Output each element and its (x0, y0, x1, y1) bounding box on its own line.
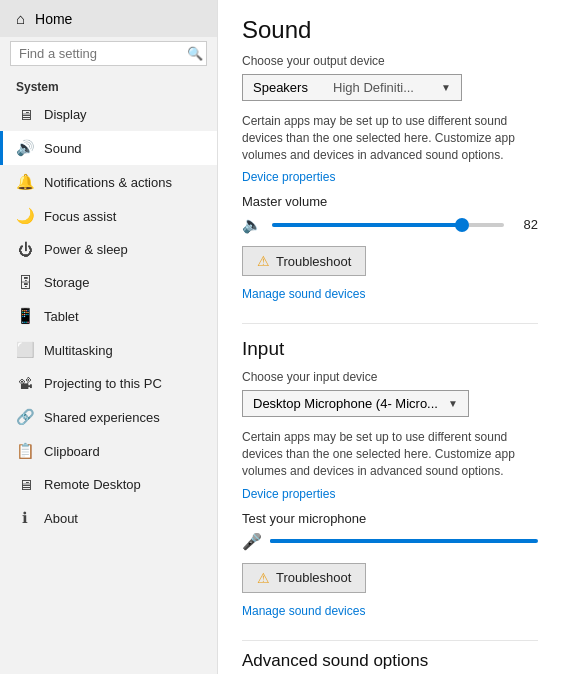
sidebar-item-remote[interactable]: 🖥 Remote Desktop (0, 468, 217, 501)
output-info-text: Certain apps may be set up to use differ… (242, 113, 538, 163)
sidebar-item-label: Shared experiences (44, 410, 160, 425)
input-info-text: Certain apps may be set up to use differ… (242, 429, 538, 479)
input-device-dropdown[interactable]: Desktop Microphone (4- Micro... ▼ (242, 390, 469, 417)
speaker-icon: 🔈 (242, 215, 262, 234)
output-troubleshoot-label: Troubleshoot (276, 254, 351, 269)
sidebar-item-power[interactable]: ⏻ Power & sleep (0, 233, 217, 266)
mic-level-fill (270, 539, 318, 543)
sidebar-item-clipboard[interactable]: 📋 Clipboard (0, 434, 217, 468)
sidebar-item-label: Notifications & actions (44, 175, 172, 190)
search-input[interactable] (19, 46, 187, 61)
sidebar-item-tablet[interactable]: 📱 Tablet (0, 299, 217, 333)
volume-row: 🔈 82 (242, 215, 538, 234)
sidebar-item-label: Remote Desktop (44, 477, 141, 492)
output-manage-devices-link[interactable]: Manage sound devices (242, 287, 365, 301)
test-mic-label: Test your microphone (242, 511, 538, 526)
sidebar-item-projecting[interactable]: 📽 Projecting to this PC (0, 367, 217, 400)
input-troubleshoot-button[interactable]: ⚠ Troubleshoot (242, 563, 366, 593)
sidebar-item-label: About (44, 511, 78, 526)
advanced-divider (242, 640, 538, 641)
sidebar-item-multitasking[interactable]: ⬜ Multitasking (0, 333, 217, 367)
output-troubleshoot-button[interactable]: ⚠ Troubleshoot (242, 246, 366, 276)
remote-icon: 🖥 (16, 476, 34, 493)
input-troubleshoot-label: Troubleshoot (276, 570, 351, 585)
warning-icon-input: ⚠ (257, 570, 270, 586)
input-section-label: Choose your input device (242, 370, 538, 384)
system-label: System (0, 74, 217, 98)
sidebar-home[interactable]: ⌂ Home (0, 0, 217, 37)
focus-icon: 🌙 (16, 207, 34, 225)
notifications-icon: 🔔 (16, 173, 34, 191)
sidebar-item-label: Power & sleep (44, 242, 128, 257)
clipboard-icon: 📋 (16, 442, 34, 460)
sidebar-item-label: Tablet (44, 309, 79, 324)
input-device-properties-link[interactable]: Device properties (242, 487, 335, 501)
advanced-section: Advanced sound options 🔧 App volume and … (242, 651, 538, 674)
sidebar-item-label: Storage (44, 275, 90, 290)
output-section-label: Choose your output device (242, 54, 538, 68)
warning-icon: ⚠ (257, 253, 270, 269)
section-divider (242, 323, 538, 324)
output-device-dropdown[interactable]: Speakers High Definiti... ▼ (242, 74, 462, 101)
sidebar-item-about[interactable]: ℹ About (0, 501, 217, 535)
sidebar-item-focus[interactable]: 🌙 Focus assist (0, 199, 217, 233)
mic-icon: 🎤 (242, 532, 262, 551)
volume-slider-thumb[interactable] (455, 218, 469, 232)
mic-level-row: 🎤 (242, 532, 538, 551)
tablet-icon: 📱 (16, 307, 34, 325)
sidebar: ⌂ Home 🔍 System 🖥 Display 🔊 Sound 🔔 Noti… (0, 0, 218, 674)
sidebar-item-label: Projecting to this PC (44, 376, 162, 391)
output-device-name: Speakers (253, 80, 308, 95)
input-manage-devices-link[interactable]: Manage sound devices (242, 604, 365, 618)
output-device-properties-link[interactable]: Device properties (242, 170, 335, 184)
sidebar-item-notifications[interactable]: 🔔 Notifications & actions (0, 165, 217, 199)
sidebar-item-sound[interactable]: 🔊 Sound (0, 131, 217, 165)
search-box[interactable]: 🔍 (10, 41, 207, 66)
sidebar-item-label: Focus assist (44, 209, 116, 224)
advanced-title: Advanced sound options (242, 651, 538, 671)
mic-level-track (270, 539, 538, 543)
storage-icon: 🗄 (16, 274, 34, 291)
input-dropdown-chevron-icon: ▼ (448, 398, 458, 409)
main-content: Sound Choose your output device Speakers… (218, 0, 562, 674)
sidebar-item-label: Sound (44, 141, 82, 156)
display-icon: 🖥 (16, 106, 34, 123)
multitasking-icon: ⬜ (16, 341, 34, 359)
sidebar-item-shared[interactable]: 🔗 Shared experiences (0, 400, 217, 434)
sound-icon: 🔊 (16, 139, 34, 157)
dropdown-chevron-icon: ▼ (441, 82, 451, 93)
about-icon: ℹ (16, 509, 34, 527)
sidebar-item-label: Display (44, 107, 87, 122)
volume-value: 82 (514, 217, 538, 232)
output-device-detail: High Definiti... (333, 80, 414, 95)
volume-slider-track[interactable] (272, 223, 504, 227)
master-volume-label: Master volume (242, 194, 538, 209)
volume-slider-fill (272, 223, 462, 227)
input-section-header: Input (242, 334, 538, 360)
page-title: Sound (242, 16, 538, 44)
home-icon: ⌂ (16, 10, 25, 27)
sidebar-item-storage[interactable]: 🗄 Storage (0, 266, 217, 299)
sidebar-item-label: Clipboard (44, 444, 100, 459)
shared-icon: 🔗 (16, 408, 34, 426)
projecting-icon: 📽 (16, 375, 34, 392)
search-icon: 🔍 (187, 46, 203, 61)
sidebar-item-display[interactable]: 🖥 Display (0, 98, 217, 131)
input-device-name: Desktop Microphone (4- Micro... (253, 396, 438, 411)
power-icon: ⏻ (16, 241, 34, 258)
sidebar-home-label: Home (35, 11, 72, 27)
sidebar-item-label: Multitasking (44, 343, 113, 358)
